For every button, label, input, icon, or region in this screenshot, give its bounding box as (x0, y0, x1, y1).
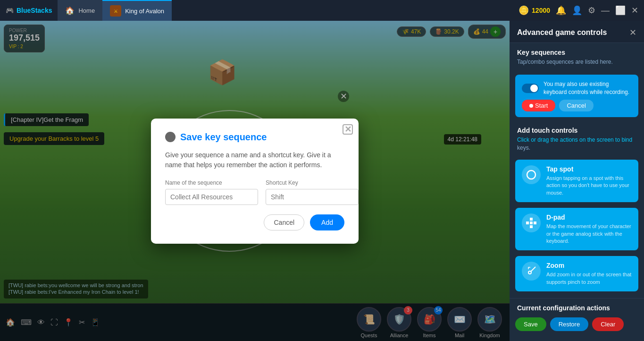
zoom-desc: Add zoom in or out of the screen that su… (546, 271, 632, 286)
shortcut-key-field: Shortcut Key (266, 179, 359, 205)
zoom-icon (522, 262, 541, 281)
modal-actions: Cancel Add (165, 214, 344, 230)
game-area: POWER 197,515 VIP : 2 🌾 47K 🪵 30.2K 💰 44… (0, 21, 510, 341)
coin-area: 🪙 12000 (519, 5, 550, 16)
tap-spot-desc: Assign tapping on a spot with this actio… (546, 175, 632, 196)
dpad-content: D-pad Map the movement of your character… (546, 213, 632, 245)
panel-close-btn[interactable]: ✕ (629, 27, 636, 38)
tab-game[interactable]: ⚔ King of Avalon (102, 0, 172, 21)
recording-toggle[interactable] (522, 84, 539, 93)
tap-spot-content: Tap spot Assign tapping on a spot with t… (546, 165, 632, 196)
clear-config-btn[interactable]: Clear (592, 317, 624, 331)
key-sequences-sub: Tap/combo sequences are listed here. (510, 58, 644, 71)
start-recording-btn[interactable]: Start (522, 100, 555, 111)
modal-close-btn[interactable]: ✕ (343, 124, 353, 135)
maximize-icon[interactable]: ⬜ (615, 5, 626, 16)
coin-amount: 12000 (532, 7, 550, 14)
add-touch-header: Add touch controls (510, 121, 644, 136)
config-actions: Save Restore Clear (510, 314, 644, 337)
record-dot (529, 104, 533, 108)
svg-line-7 (531, 267, 535, 272)
recording-text: You may also use existing keyboard contr… (544, 80, 632, 96)
tap-spot-icon (522, 165, 541, 184)
modal-cancel-btn[interactable]: Cancel (264, 214, 304, 230)
key-sequences-header: Key sequences (510, 43, 644, 58)
touch-sub-cyan: Click or drag the actions on the screen … (517, 136, 632, 143)
close-icon[interactable]: ✕ (631, 5, 638, 16)
modal-overlay: ✕ Save key sequence Give your sequence a… (0, 21, 510, 341)
app-name: BlueStacks (17, 7, 52, 14)
dpad-title: D-pad (546, 213, 632, 221)
tap-spot-title: Tap spot (546, 165, 632, 173)
sequence-name-label: Name of the sequence (165, 179, 258, 186)
panel-title: Advanced game controls (517, 28, 607, 37)
svg-rect-3 (526, 222, 529, 224)
modal-description: Give your sequence a name and a shortcut… (165, 150, 344, 170)
svg-rect-5 (530, 222, 533, 224)
game-tab-label: King of Avalon (125, 8, 164, 15)
bluestacks-logo: 🎮 BlueStacks (0, 7, 58, 14)
dpad-card[interactable]: D-pad Map the movement of your character… (515, 208, 638, 250)
modal-title: Save key sequence (180, 132, 267, 143)
svg-rect-4 (534, 222, 536, 224)
home-tab-label: Home (78, 7, 95, 14)
recording-buttons: Start Cancel (522, 100, 632, 111)
panel-header: Advanced game controls ✕ (510, 21, 644, 43)
profile-icon[interactable]: 👤 (572, 5, 582, 16)
save-key-sequence-modal: ✕ Save key sequence Give your sequence a… (151, 119, 359, 244)
right-panel: Advanced game controls ✕ Key sequences T… (510, 21, 644, 341)
current-config-header: Current configuration actions (510, 298, 644, 314)
toggle-knob (530, 85, 538, 92)
restore-config-btn[interactable]: Restore (550, 317, 589, 331)
home-icon: 🏠 (65, 6, 75, 15)
tab-home[interactable]: 🏠 Home (58, 0, 102, 21)
settings-icon[interactable]: ⚙ (588, 5, 595, 16)
recording-card: You may also use existing keyboard contr… (515, 75, 638, 118)
notification-icon[interactable]: 🔔 (556, 5, 566, 16)
start-btn-label: Start (535, 102, 548, 109)
shortcut-key-label: Shortcut Key (266, 179, 359, 186)
save-config-btn[interactable]: Save (515, 317, 546, 331)
shortcut-key-input[interactable] (266, 189, 359, 205)
zoom-card[interactable]: Zoom Add zoom in or out of the screen th… (515, 256, 638, 291)
dpad-icon (522, 213, 541, 232)
sequence-name-field: Name of the sequence (165, 179, 258, 205)
svg-rect-1 (530, 218, 533, 221)
add-touch-sub: Click or drag the actions on the screen … (510, 136, 644, 157)
recording-toggle-row: You may also use existing keyboard contr… (522, 80, 632, 96)
modal-fields: Name of the sequence Shortcut Key (165, 179, 344, 205)
top-bar-icons: 🔔 👤 ⚙ — ⬜ ✕ (556, 5, 638, 16)
sequence-name-input[interactable] (165, 189, 258, 205)
minimize-icon[interactable]: — (601, 6, 610, 16)
modal-header-icon (165, 132, 176, 142)
touch-sub-normal: keys. (517, 145, 530, 151)
zoom-title: Zoom (546, 262, 632, 269)
dpad-desc: Map the movement of your character or th… (546, 223, 632, 245)
coin-icon: 🪙 (519, 5, 529, 16)
cancel-recording-btn[interactable]: Cancel (559, 100, 593, 111)
zoom-content: Zoom Add zoom in or out of the screen th… (546, 262, 632, 286)
svg-point-0 (527, 170, 535, 179)
svg-rect-2 (530, 225, 533, 228)
modal-header: Save key sequence (165, 132, 344, 143)
top-bar: 🎮 BlueStacks 🏠 Home ⚔ King of Avalon 🪙 1… (0, 0, 644, 21)
top-bar-right: 🪙 12000 🔔 👤 ⚙ — ⬜ ✕ (513, 5, 644, 16)
logo-icon: 🎮 (6, 7, 14, 14)
game-tab-thumbnail: ⚔ (110, 5, 121, 17)
main-content: POWER 197,515 VIP : 2 🌾 47K 🪵 30.2K 💰 44… (0, 21, 644, 341)
tap-spot-card[interactable]: Tap spot Assign tapping on a spot with t… (515, 160, 638, 202)
modal-add-btn[interactable]: Add (310, 214, 344, 230)
